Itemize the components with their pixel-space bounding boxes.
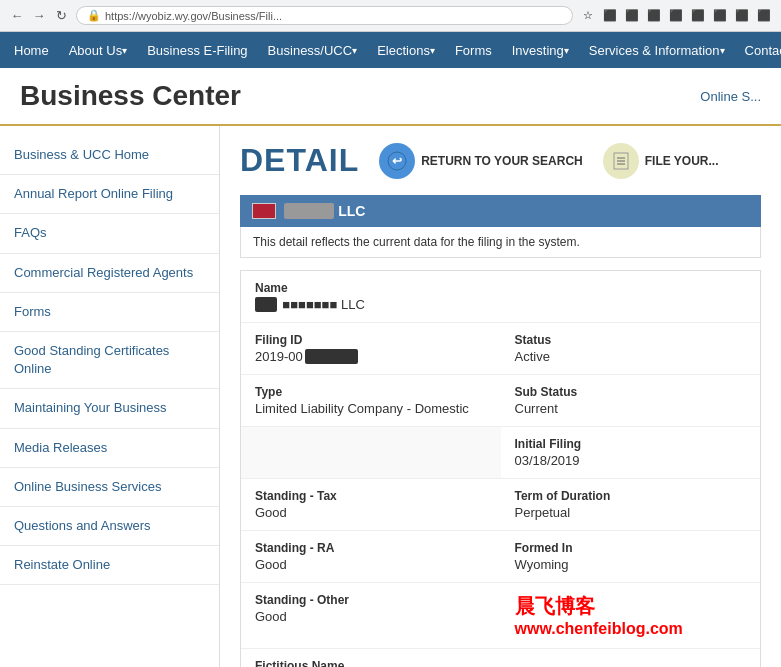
standing-other-value: Good [255,609,487,624]
ext-icon-2[interactable]: ⬛ [623,7,641,25]
detail-fields: Name ■■ ■■■■■■■ LLC Filing ID 2019-00■■■… [240,270,761,667]
status-value: Active [515,349,747,364]
fictitious-label: Fictitious Name [255,659,746,667]
term-section: Term of Duration Perpetual [501,479,761,531]
status-label: Status [515,333,747,347]
formed-value: Wyoming [515,557,747,572]
ext-icon-5[interactable]: ⬛ [689,7,707,25]
name-label: Name [255,281,746,295]
detail-header: DETAIL ↩ RETURN TO YOUR SEARCH FILE YOUR… [240,142,761,179]
formed-label: Formed In [515,541,747,555]
standing-tax-value: Good [255,505,487,520]
type-section: Type Limited Liability Company - Domesti… [241,375,501,427]
nav-investing[interactable]: Investing [502,32,579,68]
ext-icon-1[interactable]: ⬛ [601,7,619,25]
term-label: Term of Duration [515,489,747,503]
ext-icon-7[interactable]: ⬛ [733,7,751,25]
ext-icon-3[interactable]: ⬛ [645,7,663,25]
nav-elections[interactable]: Elections [367,32,445,68]
sidebar-item-online-services[interactable]: Online Business Services [0,468,219,507]
standing-tax-section: Standing - Tax Good [241,479,501,531]
browser-bar: ← → ↻ 🔒 https://wyobiz.wy.gov/Business/F… [0,0,781,32]
content-area: DETAIL ↩ RETURN TO YOUR SEARCH FILE YOUR… [220,126,781,667]
standing-other-section: Standing - Other Good [241,583,501,649]
watermark-line1: 晨飞博客 [515,593,747,620]
sidebar-item-good-standing[interactable]: Good Standing Certificates Online [0,332,219,389]
page-header: Business Center Online S... [0,68,781,126]
nav-efiling[interactable]: Business E-Filing [137,32,257,68]
filing-id-value: 2019-00■■■■■■ [255,349,487,364]
watermark-line2: www.chenfeiblog.com [515,620,747,638]
name-llc: LLC [341,297,365,312]
company-name: ■■■■■ LLC [284,203,365,219]
formed-section: Formed In Wyoming [501,531,761,583]
name-value: ■■ ■■■■■■■ LLC [255,297,746,312]
sub-status-section: Sub Status Current [501,375,761,427]
company-header-bar: ■■■■■ LLC [240,195,761,227]
nav-business-ucc[interactable]: Business/UCC [258,32,368,68]
sub-status-label: Sub Status [515,385,747,399]
spacer-left [241,427,501,479]
reload-btn[interactable]: ↻ [52,7,70,25]
sidebar-item-media-releases[interactable]: Media Releases [0,429,219,468]
status-section: Status Active [501,323,761,375]
standing-other-label: Standing - Other [255,593,487,607]
nav-services[interactable]: Services & Information [579,32,735,68]
sidebar-item-forms[interactable]: Forms [0,293,219,332]
content-wrapper: DETAIL ↩ RETURN TO YOUR SEARCH FILE YOUR… [240,142,761,667]
type-label: Type [255,385,487,399]
sidebar-item-annual-report[interactable]: Annual Report Online Filing [0,175,219,214]
fictitious-section: Fictitious Name [241,649,760,667]
svg-text:↩: ↩ [392,154,402,168]
nav-contact[interactable]: Contact [735,32,781,68]
sidebar-item-reinstate[interactable]: Reinstate Online [0,546,219,585]
nav-home[interactable]: Home [4,32,59,68]
browser-icons: ☆ ⬛ ⬛ ⬛ ⬛ ⬛ ⬛ ⬛ ⬛ [579,7,773,25]
forward-btn[interactable]: → [30,7,48,25]
back-btn[interactable]: ← [8,7,26,25]
initial-filing-label: Initial Filing [515,437,747,451]
sidebar-item-business-ucc[interactable]: Business & UCC Home [0,136,219,175]
standing-ra-value: Good [255,557,487,572]
sidebar-item-maintaining[interactable]: Maintaining Your Business [0,389,219,428]
name-dash: ■■■■■■■ [282,297,337,312]
ext-icon-4[interactable]: ⬛ [667,7,685,25]
initial-filing-value: 03/18/2019 [515,453,747,468]
nav-forms[interactable]: Forms [445,32,502,68]
sidebar: Business & UCC Home Annual Report Online… [0,126,220,667]
name-section: Name ■■ ■■■■■■■ LLC [241,271,760,323]
company-name-redacted: ■■■■■ [284,203,334,219]
bookmark-icon[interactable]: ☆ [579,7,597,25]
file-icon [603,143,639,179]
term-value: Perpetual [515,505,747,520]
sidebar-item-commercial-agents[interactable]: Commercial Registered Agents [0,254,219,293]
standing-ra-label: Standing - RA [255,541,487,555]
return-icon: ↩ [379,143,415,179]
browser-nav: ← → ↻ [8,7,70,25]
sidebar-item-faqs[interactable]: FAQs [0,214,219,253]
sidebar-item-questions[interactable]: Questions and Answers [0,507,219,546]
company-name-llc: LLC [338,203,365,219]
file-your-btn[interactable]: FILE YOUR... [603,143,719,179]
filing-id-label: Filing ID [255,333,487,347]
standing-tax-label: Standing - Tax [255,489,487,503]
watermark: 晨飞博客 www.chenfeiblog.com [515,593,747,638]
detail-title: DETAIL [240,142,359,179]
ext-icon-8[interactable]: ⬛ [755,7,773,25]
url-text: https://wyobiz.wy.gov/Business/Fili... [105,10,282,22]
nav-about[interactable]: About Us [59,32,137,68]
watermark-section: 晨飞博客 www.chenfeiblog.com [501,583,761,649]
sub-status-value: Current [515,401,747,416]
ext-icon-6[interactable]: ⬛ [711,7,729,25]
detail-notice: This detail reflects the current data fo… [240,227,761,258]
name-redacted: ■■ [255,297,277,312]
lock-icon: 🔒 [87,9,101,22]
file-label: FILE YOUR... [645,154,719,168]
return-to-search-btn[interactable]: ↩ RETURN TO YOUR SEARCH [379,143,583,179]
initial-filing-section: Initial Filing 03/18/2019 [501,427,761,479]
type-value: Limited Liability Company - Domestic [255,401,487,416]
address-bar[interactable]: 🔒 https://wyobiz.wy.gov/Business/Fili... [76,6,573,25]
flag-icon [252,203,276,219]
top-nav: Home About Us Business E-Filing Business… [0,32,781,68]
main-layout: Business & UCC Home Annual Report Online… [0,126,781,667]
